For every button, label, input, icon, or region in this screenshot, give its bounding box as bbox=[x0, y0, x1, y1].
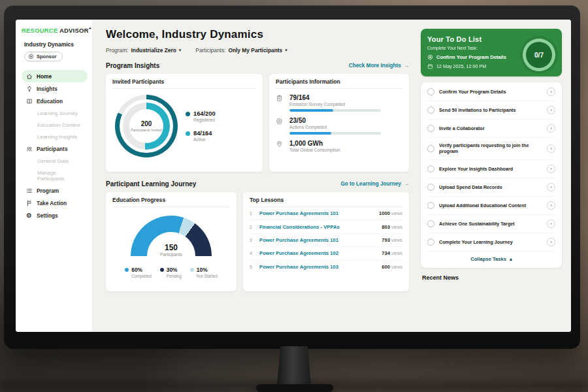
task-chevron-icon[interactable]: › bbox=[547, 220, 555, 228]
task-row[interactable]: Achieve One Sustainability Target › bbox=[427, 215, 555, 233]
card-title: Invited Participants bbox=[112, 78, 256, 89]
sidebar-item-manage-participants[interactable]: Manage Participants bbox=[22, 167, 88, 184]
task-checkbox[interactable] bbox=[427, 88, 434, 95]
task-chevron-icon[interactable]: › bbox=[547, 88, 555, 96]
top-lessons-card: Top Lessons 1 Power Purchase Agreements … bbox=[243, 192, 409, 291]
task-checkbox[interactable] bbox=[427, 220, 434, 227]
sidebar-item-general-data[interactable]: General Data bbox=[22, 155, 88, 167]
invited-donut-chart: 200 Participants Invited bbox=[115, 95, 178, 157]
monitor-stand bbox=[277, 346, 311, 385]
sponsor-icon bbox=[28, 54, 34, 59]
task-row[interactable]: Invite a Collaborator › bbox=[427, 120, 555, 138]
task-row[interactable]: Upload Additional Educational Content › bbox=[427, 197, 555, 215]
learning-journey-title: Participant Learning Journey bbox=[106, 180, 196, 188]
task-checkbox[interactable] bbox=[427, 125, 434, 132]
task-checkbox[interactable] bbox=[427, 238, 434, 246]
task-checkbox[interactable] bbox=[427, 165, 434, 172]
legend-dot bbox=[186, 131, 190, 136]
sidebar-item-take-action[interactable]: Take Action bbox=[22, 197, 88, 209]
task-chevron-icon[interactable]: › bbox=[547, 165, 555, 173]
lesson-link[interactable]: Financial Considerations - VPPAs bbox=[259, 224, 377, 230]
donut-center-label: Participants Invited bbox=[131, 128, 161, 133]
lesson-row: 2 Financial Considerations - VPPAs 803vi… bbox=[250, 220, 402, 233]
stat-actions-completed: 23/50 Actions Completed bbox=[276, 117, 402, 135]
sidebar: RESOURCE ADVISOR+ Industry Dynamics Spon… bbox=[16, 20, 93, 332]
education-gauge: 150 Participants bbox=[131, 216, 212, 257]
sidebar-item-home[interactable]: Home bbox=[22, 70, 88, 82]
task-checkbox[interactable] bbox=[427, 145, 434, 152]
lesson-link[interactable]: Power Purchase Agreements 102 bbox=[259, 250, 377, 256]
legend-dot bbox=[125, 268, 129, 272]
sidebar-item-learning-journey[interactable]: Learning Journey bbox=[22, 107, 88, 119]
page-title: Welcome, Industry Dynamics bbox=[106, 28, 409, 41]
sidebar-item-participants[interactable]: Participants bbox=[22, 142, 88, 155]
legend-completed: 60% Completed bbox=[125, 267, 151, 278]
progress-track bbox=[289, 109, 381, 112]
program-insights-title: Program Insights bbox=[106, 62, 159, 69]
lesson-link[interactable]: Power Purchase Agreements 101 bbox=[259, 210, 374, 216]
legend-active: 84/164 Active bbox=[186, 130, 216, 142]
check-more-insights-link[interactable]: Check More Insights → bbox=[349, 63, 409, 69]
task-row[interactable]: Send 50 Invitations to Participants › bbox=[427, 101, 555, 120]
task-row[interactable]: Explore Your Insights Dashboard › bbox=[427, 160, 555, 178]
sidebar-item-learning-insights[interactable]: Learning Insights bbox=[22, 131, 88, 142]
sidebar-menu: Home Insights Education Learning Journey… bbox=[22, 70, 88, 221]
program-icon bbox=[25, 188, 33, 194]
task-chevron-icon[interactable]: › bbox=[547, 144, 555, 153]
participants-filter[interactable]: Participants: Only My Participants ▾ bbox=[195, 47, 287, 54]
task-row[interactable]: Confirm Your Program Details › bbox=[427, 83, 555, 101]
task-row[interactable]: Upload Spend Data Records › bbox=[427, 178, 555, 197]
legend-dot bbox=[190, 268, 194, 272]
take-action-icon bbox=[25, 200, 33, 206]
sidebar-item-education-content[interactable]: Education Content bbox=[22, 119, 88, 131]
legend-dot bbox=[160, 268, 164, 272]
clipboard-icon bbox=[276, 94, 284, 102]
task-checkbox[interactable] bbox=[427, 202, 434, 209]
program-filter[interactable]: Program: Industrialize Zero ▾ bbox=[106, 47, 181, 54]
lesson-link[interactable]: Power Purchase Agreements 101 bbox=[259, 237, 377, 243]
task-chevron-icon[interactable]: › bbox=[547, 238, 555, 246]
task-chevron-icon[interactable]: › bbox=[547, 124, 555, 133]
main-panel: Welcome, Industry Dynamics Program: Indu… bbox=[93, 20, 416, 332]
todo-summary-card: Your To Do List Complete Your Next Task:… bbox=[421, 29, 562, 76]
todo-progress-ring: 0/7 bbox=[523, 39, 555, 71]
go-to-learning-journey-link[interactable]: Go to Learning Journey → bbox=[340, 181, 409, 187]
collapse-tasks-button[interactable]: Collapse Tasks ▴ bbox=[427, 252, 555, 266]
content-area: Welcome, Industry Dynamics Program: Indu… bbox=[93, 20, 571, 332]
sidebar-item-insights[interactable]: Insights bbox=[22, 82, 88, 95]
participants-information-card: Participants Information 79/164 Emission… bbox=[269, 74, 409, 172]
card-title: Top Lessons bbox=[250, 197, 402, 207]
lesson-link[interactable]: Power Purchase Agreements 103 bbox=[259, 264, 377, 270]
sidebar-item-education[interactable]: Education bbox=[22, 95, 88, 107]
stat-global-consumption: 1,000 GWh Total Global Consumption bbox=[276, 140, 402, 152]
card-title: Participants Information bbox=[276, 78, 402, 89]
todo-progress-value: 0/7 bbox=[534, 52, 544, 59]
progress-track bbox=[289, 132, 381, 135]
task-dot-icon bbox=[427, 54, 433, 60]
task-row[interactable]: Verify participants requesting to join t… bbox=[427, 138, 555, 160]
lesson-row: 5 Power Purchase Agreements 103 600views bbox=[250, 261, 402, 273]
resource-advisor-logo: RESOURCE ADVISOR+ bbox=[22, 26, 88, 34]
todo-tasks-card: Confirm Your Program Details › Send 50 I… bbox=[421, 82, 562, 268]
lesson-row: 3 Power Purchase Agreements 101 793views bbox=[250, 234, 402, 247]
sponsor-badge[interactable]: Sponsor bbox=[24, 52, 63, 61]
sidebar-item-program[interactable]: Program bbox=[22, 184, 88, 197]
task-row[interactable]: Complete Your Learning Journey › bbox=[427, 233, 555, 252]
insights-icon bbox=[25, 86, 33, 92]
task-checkbox[interactable] bbox=[427, 184, 434, 191]
lesson-row: 1 Power Purchase Agreements 101 1000view… bbox=[250, 207, 402, 220]
arrow-right-icon: → bbox=[404, 181, 409, 187]
participants-icon bbox=[25, 146, 33, 152]
settings-icon: ⚙ bbox=[25, 212, 33, 219]
arrow-right-icon: → bbox=[404, 63, 409, 69]
chevron-up-icon: ▴ bbox=[510, 256, 512, 262]
card-title: Education Progress bbox=[112, 197, 230, 207]
task-chevron-icon[interactable]: › bbox=[547, 183, 555, 191]
gauge-center-label: Participants bbox=[131, 252, 212, 257]
task-chevron-icon[interactable]: › bbox=[547, 201, 555, 210]
sidebar-item-settings[interactable]: ⚙ Settings bbox=[22, 209, 88, 221]
task-chevron-icon[interactable]: › bbox=[547, 106, 555, 114]
stat-emission-survey: 79/164 Emission Survey Completed bbox=[276, 94, 402, 112]
task-checkbox[interactable] bbox=[427, 106, 434, 114]
recent-news-title: Recent News bbox=[421, 274, 562, 281]
